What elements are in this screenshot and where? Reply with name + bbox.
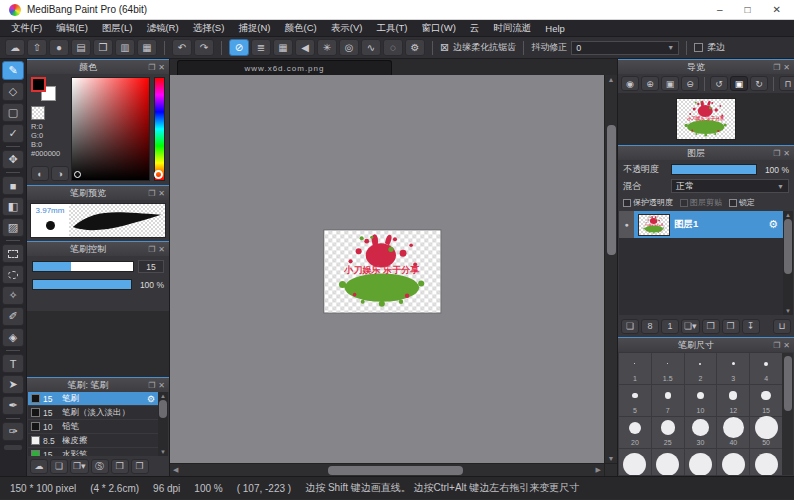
undo-icon[interactable]: ↶ bbox=[172, 39, 192, 56]
brush-size-cell[interactable]: 20 bbox=[619, 417, 651, 448]
scroll-up-icon[interactable]: ▲ bbox=[608, 76, 615, 83]
foreground-color-swatch[interactable] bbox=[31, 77, 46, 92]
select-lasso-tool[interactable] bbox=[2, 265, 24, 284]
cloud-icon[interactable]: ☁ bbox=[5, 39, 25, 56]
soft-edge-checkbox[interactable] bbox=[694, 43, 703, 52]
brush-tool[interactable]: ✎ bbox=[2, 61, 24, 80]
antialias-icon[interactable]: ⊠ bbox=[440, 41, 449, 54]
menu-item[interactable]: Help bbox=[538, 23, 572, 34]
menu-item[interactable]: 工具(T) bbox=[369, 22, 414, 35]
close-icon[interactable]: ✕ bbox=[783, 341, 790, 350]
rotate-lock-icon[interactable]: ⊓ bbox=[779, 76, 794, 91]
brush-size-cell[interactable]: 30 bbox=[685, 417, 717, 448]
popout-icon[interactable]: ❐ bbox=[148, 381, 155, 390]
reset-rotation-icon[interactable]: ▣ bbox=[730, 76, 748, 91]
navigator-thumbnail[interactable] bbox=[677, 99, 735, 139]
text-tool[interactable]: T bbox=[2, 354, 24, 373]
select-pen-tool[interactable]: ✐ bbox=[2, 307, 24, 326]
brush-duplicate-icon[interactable]: ❐ bbox=[131, 459, 149, 474]
brush-size-cell[interactable]: 4 bbox=[750, 353, 782, 384]
polyline-tool[interactable]: ✓ bbox=[2, 124, 24, 143]
visibility-dot-icon[interactable]: ● bbox=[619, 211, 634, 238]
hue-bar[interactable] bbox=[154, 77, 165, 181]
layer-add-1bit-icon[interactable]: 1 bbox=[661, 319, 679, 334]
snap-ellipse-icon[interactable]: ◌ bbox=[383, 39, 403, 56]
menu-item[interactable]: 窗口(W) bbox=[415, 22, 463, 35]
scroll-down-icon[interactable]: ▼ bbox=[785, 308, 791, 314]
brush-row[interactable]: 10铅笔 bbox=[28, 420, 158, 434]
brush-size-cell[interactable] bbox=[652, 449, 684, 475]
menu-item[interactable]: 时间流逝 bbox=[486, 22, 538, 35]
brush-size-cell[interactable]: 25 bbox=[652, 417, 684, 448]
eraser-tool[interactable]: ◇ bbox=[2, 82, 24, 101]
close-icon[interactable]: ✕ bbox=[158, 189, 165, 198]
menu-item[interactable]: 编辑(E) bbox=[49, 22, 95, 35]
brush-row[interactable]: 8.5橡皮擦 bbox=[28, 434, 158, 448]
brush-list-scrollbar[interactable]: ▲ ▼ bbox=[158, 392, 168, 456]
palette-icon[interactable]: ◐ bbox=[31, 166, 49, 181]
brush-row[interactable]: 15笔刷⚙ bbox=[28, 392, 158, 406]
snap-vanishing-icon[interactable]: ◀ bbox=[295, 39, 315, 56]
layer-add-menu-icon[interactable]: ❏▾ bbox=[681, 319, 700, 334]
layer-checkbox[interactable]: 锁定 bbox=[729, 197, 755, 208]
brush-row[interactable]: 15笔刷（淡入淡出） bbox=[28, 406, 158, 420]
layer-opacity-slider[interactable] bbox=[671, 164, 757, 175]
brush-size-value-box[interactable]: 15 bbox=[138, 260, 164, 273]
material-panel-icon[interactable]: ▥ bbox=[115, 39, 135, 56]
layer-duplicate-icon[interactable]: ❐ bbox=[722, 319, 740, 334]
saturation-square[interactable] bbox=[71, 77, 150, 181]
brush-size-slider[interactable] bbox=[32, 261, 134, 272]
popout-icon[interactable]: ❐ bbox=[148, 245, 155, 254]
menu-item[interactable]: 颜色(C) bbox=[278, 22, 324, 35]
close-icon[interactable]: ✕ bbox=[783, 63, 790, 72]
publish-icon[interactable]: ⇧ bbox=[27, 39, 47, 56]
scroll-right-icon[interactable]: ▶ bbox=[596, 466, 601, 474]
popout-icon[interactable]: ❐ bbox=[773, 149, 780, 158]
horizontal-scrollbar[interactable]: ◀ ▶ bbox=[170, 463, 604, 476]
popout-icon[interactable]: ❐ bbox=[773, 341, 780, 350]
brush-size-cell[interactable]: 15 bbox=[750, 385, 782, 416]
brush-size-cell[interactable] bbox=[750, 449, 782, 475]
tool-column-expander[interactable] bbox=[4, 445, 22, 450]
close-icon[interactable]: ✕ bbox=[158, 245, 165, 254]
menu-item[interactable]: 文件(F) bbox=[4, 22, 49, 35]
color-history-icon[interactable]: ◑ bbox=[51, 166, 69, 181]
magic-wand-tool[interactable]: ✧ bbox=[2, 286, 24, 305]
brush-add-menu-icon[interactable]: ❐▾ bbox=[70, 459, 89, 474]
brush-size-cell[interactable]: 12 bbox=[717, 385, 749, 416]
operate-tool[interactable]: ➤ bbox=[2, 375, 24, 394]
menu-item[interactable]: 滤镜(R) bbox=[139, 22, 185, 35]
layer-add-icon[interactable]: ❏ bbox=[621, 319, 639, 334]
canvas-image[interactable] bbox=[324, 230, 440, 312]
select-rect-tool[interactable] bbox=[2, 244, 24, 263]
fg-bg-swatches[interactable] bbox=[31, 77, 61, 104]
blend-dropdown[interactable]: 正常 ▼ bbox=[671, 179, 789, 193]
layer-delete-icon[interactable]: ⊔ bbox=[773, 319, 791, 334]
redo-icon[interactable]: ↷ bbox=[194, 39, 214, 56]
bucket-tool[interactable]: ◧ bbox=[2, 197, 24, 216]
menu-item[interactable]: 选择(S) bbox=[186, 22, 232, 35]
zoom-in-icon[interactable]: ⊕ bbox=[641, 76, 659, 91]
brush-size-scrollbar[interactable] bbox=[782, 353, 793, 475]
menu-item[interactable]: 图层(L) bbox=[95, 22, 140, 35]
document-tab[interactable]: www.x6d.com.png bbox=[177, 60, 392, 75]
comment-panel-icon[interactable]: ▤ bbox=[71, 39, 91, 56]
snap-concentric-icon[interactable]: ◎ bbox=[339, 39, 359, 56]
scrollbar-thumb[interactable] bbox=[159, 400, 167, 418]
scroll-left-icon[interactable]: ◀ bbox=[173, 466, 178, 474]
layer-merge-icon[interactable]: ↧ bbox=[742, 319, 760, 334]
brush-size-cell[interactable]: 40 bbox=[717, 417, 749, 448]
maximize-button[interactable]: □ bbox=[745, 4, 751, 15]
popout-icon[interactable]: ❐ bbox=[148, 63, 155, 72]
select-eraser-tool[interactable]: ◈ bbox=[2, 328, 24, 347]
scrollbar-thumb[interactable] bbox=[607, 125, 616, 255]
rotate-right-icon[interactable]: ↻ bbox=[750, 76, 768, 91]
fill-shape-tool[interactable]: ■ bbox=[2, 176, 24, 195]
scrollbar-thumb[interactable] bbox=[784, 219, 792, 274]
snap-curve-icon[interactable]: ∿ bbox=[361, 39, 381, 56]
snap-settings-icon[interactable]: ⚙ bbox=[405, 39, 425, 56]
brush-opacity-slider[interactable] bbox=[32, 279, 132, 290]
brush-folder-icon[interactable]: ❒ bbox=[111, 459, 129, 474]
snap-grid-icon[interactable]: ▦ bbox=[273, 39, 293, 56]
brush-size-cell[interactable]: 10 bbox=[685, 385, 717, 416]
